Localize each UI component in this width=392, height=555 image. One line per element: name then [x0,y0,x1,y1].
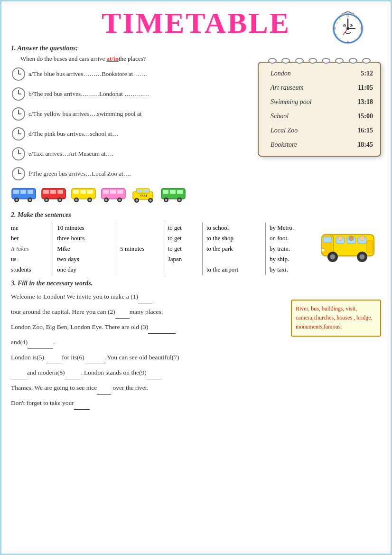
fill-line-8: Don't forget to take your [11,396,284,410]
clock-decoration: 12 3 6 9 1 2 4 5 7 8 10 11 [329,9,367,47]
svg-rect-53 [57,190,63,194]
blank-4 [28,336,53,349]
blank-10 [97,381,111,395]
svg-point-73 [119,199,121,201]
svg-rect-45 [28,190,33,194]
sentence-row-4: us two days Japan by ship. [11,254,315,264]
cell-toget3: to get [164,244,202,254]
sentence-table: me 10 minutes to get to school by Metro.… [11,223,315,275]
taxi-icon: TAXI [131,186,157,203]
blank-7a [11,366,27,379]
blank-2 [115,305,130,319]
worksheet-page: TIMETABLE 12 3 6 9 1 2 4 5 7 8 10 11 [0,0,392,555]
blank-3 [148,320,175,334]
fill-line-5: London is(5) for its(6) .You can see old… [11,351,284,364]
notebook-entry-london: London 5:12 [271,70,373,77]
blank-9 [147,366,161,379]
cell-japan: Japan [164,254,202,264]
sentence-row-1: me 10 minutes to get to school by Metro. [11,223,315,233]
svg-rect-76 [137,189,142,192]
section-2-title: 2. Make the sentences [11,211,381,219]
cell-3hours: three hours [53,233,116,244]
q-b-text: b/The red bus arrives………Londonat ………… [28,90,149,98]
cell-5min: 5 minutes [116,244,164,254]
section-2: 2. Make the sentences me 10 minutes to g… [11,211,381,275]
svg-text:3: 3 [360,27,362,30]
nb-time-zoo: 16:15 [357,127,373,134]
svg-point-99 [330,254,336,260]
blank-8 [65,366,81,379]
svg-text:2: 2 [359,21,360,24]
cell-me: me [11,223,53,233]
svg-point-22 [342,13,345,16]
svg-point-102 [321,248,325,252]
cell-ship: by ship. [265,254,315,264]
green-bus-icon [160,186,187,203]
section-3-number: 3. [11,280,18,287]
cell-1day: one day [53,264,116,275]
section3-text: Welcome to London! We invite you to make… [11,290,284,412]
svg-rect-59 [73,190,79,194]
fill-line-7: Thames. We are going to see nice over th… [11,381,284,395]
section-2-number: 2. [11,211,18,218]
svg-point-63 [75,199,78,201]
notebook-entry-museum: Art rauseum 11:05 [271,84,373,92]
section-3-title: 3. Fill in the necessary words. [11,280,381,287]
svg-text:TAXI: TAXI [140,194,147,197]
section-1-label: Answer the questions: [17,45,78,52]
notebook-entry-zoo: Local Zoo 16:15 [271,127,373,134]
q-d-text: d/The pink bus arrives…school at… [28,130,118,138]
cell-10min: 10 minutes [53,223,116,233]
bus-illustration [319,223,381,267]
word-box-content: River, bus, buildings, visit, camera,chu… [296,305,373,330]
question-e: e/Taxi arrives…Art Museum at…. [11,146,253,161]
svg-point-21 [351,25,352,26]
svg-point-65 [89,199,91,201]
sentence-row-5: students one day to the airport by taxi. [11,264,315,275]
fill-line-6: and modern(8) . London stands on the(9) [11,366,284,379]
cell-us: us [11,254,53,264]
svg-point-23 [351,13,354,16]
section-1: 1. Answer the questions: When do the bus… [11,45,381,207]
title-area: TIMETABLE 12 3 6 9 1 2 4 5 7 8 10 11 [11,6,381,40]
word-box: River, bus, buildings, visit, camera,chu… [291,300,381,337]
svg-point-17 [346,27,349,30]
notebook: London 5:12 Art rauseum 11:05 Swimming p… [258,62,381,157]
vehicles-strip: TAXI [11,186,253,203]
svg-text:7: 7 [340,38,341,40]
section-1-number: 1. [11,45,17,52]
sentence-row-3: It takes Mike 5 minutes to get to the pa… [11,244,315,254]
question-f: f/The green bus arrives…Local Zoo at…. [11,166,253,181]
fill-line-4: and(4) . [11,336,284,349]
section-3-label: Fill in the necessary words. [18,280,93,287]
svg-point-71 [105,199,108,201]
svg-text:6: 6 [347,40,349,44]
svg-rect-86 [177,190,183,194]
svg-point-79 [136,199,138,202]
cell-shop: to the shop [202,233,265,244]
cell-empty2 [116,233,164,244]
svg-text:1: 1 [355,18,357,20]
svg-point-105 [360,236,364,241]
svg-point-101 [360,254,365,260]
nb-place-zoo: Local Zoo [271,127,298,134]
cell-empty3 [116,254,164,264]
svg-rect-60 [80,190,86,194]
blank-6 [86,351,105,364]
nb-time-pool: 13:18 [357,98,373,106]
fill-text: Welcome to London! We invite you to make… [11,290,284,410]
nb-place-london: London [271,70,291,77]
cell-mike: Mike [53,244,116,254]
cell-taxi: by taxi. [265,264,315,275]
section-2-label: Make the sentences [18,211,71,218]
q-f-text: f/The green bus arrives…Local Zoo at…. [28,169,131,178]
fill-line-1: Welcome to London! We invite you to make… [11,290,284,303]
nb-place-bookstore: Bookstore [271,141,297,149]
svg-point-81 [149,199,152,202]
cell-park: to the park [202,244,265,254]
cell-foot: on foot. [265,233,315,244]
cell-ittakes: It takes [11,244,53,254]
fill-line-3: London Zoo, Big Ben, London Eye. There a… [11,320,284,334]
section1-layout: a/The blue bus arrives………Bookstore at…….… [11,66,381,207]
at-in-text: at/in [107,55,119,62]
